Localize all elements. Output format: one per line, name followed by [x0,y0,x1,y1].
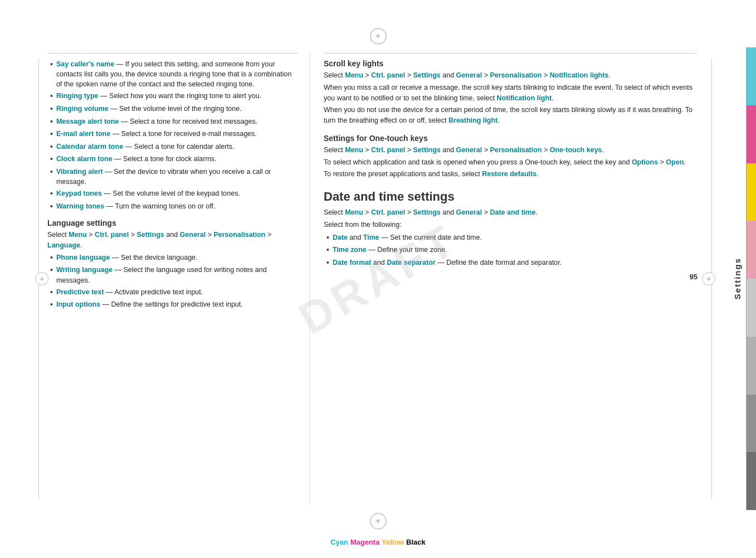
cmyk-magenta: Magenta [350,538,380,546]
link-personalisation-scroll: Personalisation [490,71,542,79]
link-settings-scroll: Settings [413,71,440,79]
right-margin: + Settings [709,47,756,510]
link-general-scroll: General [456,71,482,79]
page-number: 95 [324,273,698,281]
bullet-date-format: • Date format and Date separator — Defin… [324,258,698,269]
language-settings-intro: Select Menu > Ctrl. panel > Settings and… [47,230,298,251]
bullet-ringing-volume: • Ringing volume — Set the volume level … [47,104,298,115]
datetime-select-from: Select from the following: [324,220,698,230]
cmyk-cyan: Cyan [330,538,348,546]
tab-gray3 [746,395,756,453]
term-message-alert-tone: Message alert tone [56,118,119,125]
link-general-lang: General [180,231,206,239]
link-menu-datetime: Menu [345,208,363,216]
link-ctrl-lang: Ctrl. panel [95,231,129,239]
link-onetouch-keys: One-touch keys [550,146,602,154]
language-settings-section: Language settings Select Menu > Ctrl. pa… [47,219,298,310]
term-clock-alarm-tone: Clock alarm tone [56,155,113,163]
term-keypad-tones: Keypad tones [56,190,102,197]
link-menu-onetouch: Menu [345,146,363,154]
bullet-predictive-text: • Predictive text — Activate predictive … [47,287,298,298]
term-time: Time [363,234,379,241]
cmyk-yellow: Yellow [382,538,404,546]
term-date-separator: Date separator [387,259,436,266]
bullet-calendar-alarm-tone: • Calendar alarm tone — Select a tone fo… [47,142,298,153]
datetime-intro: Select Menu > Ctrl. panel > Settings and… [324,207,698,218]
tab-gray2 [746,337,756,395]
link-ctrl-onetouch: Ctrl. panel [371,146,405,154]
link-language: Language [47,241,80,249]
cmyk-black: Black [406,538,426,546]
scroll-key-lights-heading: Scroll key lights [324,59,698,68]
bottom-registration-mark [370,513,387,530]
bullet-email-alert-tone: • E-mail alert tone — Select a tone for … [47,129,298,140]
settings-tab-area: Settings [733,47,742,510]
term-phone-language: Phone language [56,254,110,261]
link-options: Options [632,158,658,166]
link-open: Open [666,158,684,166]
term-date: Date [333,234,348,241]
term-say-callers-name: Say caller's name [56,60,114,68]
bullet-date-time: • Date and Time — Set the current date a… [324,232,698,244]
bottom-area: Cyan Magenta Yellow Black [0,510,756,558]
bullet-ringing-type: • Ringing type — Select how you want the… [47,91,298,102]
top-registration-mark [370,28,387,45]
link-notification-lights: Notification lights [550,71,609,79]
link-general-onetouch: General [456,146,482,154]
bullet-clock-alarm-tone: • Clock alarm tone — Select a tone for c… [47,154,298,165]
term-writing-language: Writing language [56,266,113,274]
bullet-input-options: • Input options — Define the settings fo… [47,299,298,310]
top-registration-area [0,0,756,47]
bullet-time-zone: • Time zone — Define your time zone. [324,245,698,256]
scroll-key-para1: When you miss a call or receive a messag… [324,83,698,104]
link-menu-scroll: Menu [345,71,363,79]
link-menu-lang: Menu [69,231,87,239]
bullet-phone-language: • Phone language — Set the device langua… [47,253,298,264]
term-date-format: Date format [333,259,371,266]
bullet-message-alert-tone: • Message alert tone — Select a tone for… [47,117,298,128]
top-rule-left [47,53,298,54]
term-predictive-text: Predictive text [56,288,104,296]
term-email-alert-tone: E-mail alert tone [56,130,110,138]
datetime-heading: Date and time settings [324,190,698,204]
page-container: DRAFT + • Say caller's name — If you sel… [0,0,756,558]
link-settings-onetouch: Settings [413,146,440,154]
top-rule-right [324,53,698,54]
link-ctrl-datetime: Ctrl. panel [371,208,405,216]
bullet-vibrating-alert: • Vibrating alert — Set the device to vi… [47,167,298,187]
link-date-and-time: Date and time [490,208,535,216]
bullet-warning-tones: • Warning tones — Turn the warning tones… [47,201,298,212]
cmyk-bar: Cyan Magenta Yellow Black [330,538,426,546]
onetouch-keys-section: Settings for One-touch keys Select Menu … [324,134,698,179]
link-settings-lang: Settings [136,231,164,239]
term-vibrating-alert: Vibrating alert [56,168,103,176]
tab-gray1 [746,279,756,337]
tab-yellow [746,163,756,221]
tab-cyan [746,47,756,105]
settings-label: Settings [733,258,742,299]
language-settings-heading: Language settings [47,219,298,227]
term-warning-tones: Warning tones [56,202,104,210]
onetouch-keys-intro: Select Menu > Ctrl. panel > Settings and… [324,145,698,156]
scroll-key-lights-section: Scroll key lights Select Menu > Ctrl. pa… [324,59,698,126]
term-ringing-type: Ringing type [56,92,99,100]
right-column: Scroll key lights Select Menu > Ctrl. pa… [310,47,709,510]
tab-gray4 [746,452,756,510]
link-personalisation-lang: Personalisation [213,231,265,239]
left-registration-mark: + [35,272,48,285]
bullet-list-tones: • Say caller's name — If you select this… [47,59,298,212]
link-breathing-light: Breathing light [448,117,498,124]
link-ctrl-scroll: Ctrl. panel [371,71,405,79]
datetime-section: Date and time settings Select Menu > Ctr… [324,190,698,281]
term-ringing-volume: Ringing volume [56,105,109,113]
onetouch-para2: To restore the preset applications and t… [324,169,698,179]
link-personalisation-onetouch: Personalisation [490,146,542,154]
tab-magenta [746,105,756,163]
bullet-say-callers-name: • Say caller's name — If you select this… [47,59,298,89]
onetouch-para1: To select which application and task is … [324,157,698,168]
scroll-key-lights-intro: Select Menu > Ctrl. panel > Settings and… [324,70,698,81]
link-general-datetime: General [456,208,482,216]
bullet-writing-language: • Writing language — Select the language… [47,265,298,285]
right-registration-mark: + [702,272,715,285]
onetouch-keys-heading: Settings for One-touch keys [324,134,698,143]
